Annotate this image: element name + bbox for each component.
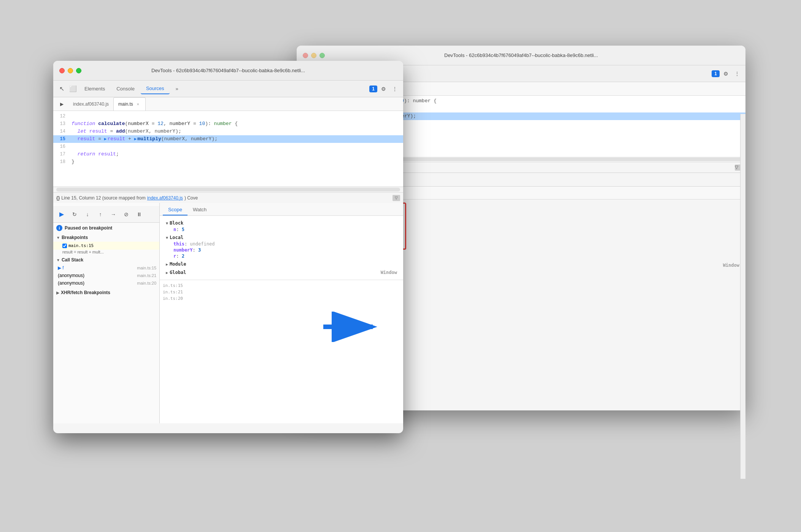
front-bp-code: result = result + mult... (53, 250, 159, 254)
front-device-icon[interactable]: ⬜ (68, 84, 78, 94)
front-local-section: ▼ Local this: undefined numberY: 3 r: 2 (163, 233, 400, 260)
front-scope-tab-scope[interactable]: Scope (163, 204, 188, 215)
front-tab-more[interactable]: » (170, 84, 184, 94)
front-global-chevron: ▶ (166, 271, 168, 275)
back-window-title: DevTools - 62c6b934c4b7f676049af4b7--buc… (444, 52, 598, 58)
front-line-12: 12 (53, 112, 403, 120)
back-message-badge: 1 (712, 70, 720, 77)
front-file-tab-js-label: index.af063740.js (73, 101, 109, 107)
front-scrollbar[interactable] (56, 188, 400, 192)
front-breakpoints-label: Breakpoints (62, 235, 88, 240)
front-devtools-toolbar: ↖ ⬜ Elements Console Sources » 1 ⚙ ⋮ (53, 81, 403, 97)
front-xhr-label: XHR/fetch Breakpoints (61, 290, 110, 295)
front-callstack-hints: in.ts:15 in.ts:21 in.ts:20 (160, 280, 403, 304)
front-debug-step-into[interactable]: ↓ (82, 209, 93, 220)
front-callstack-section: ▼ Call Stack ▶ f main.ts:15 (anonymous) … (53, 256, 159, 287)
front-breakpoints-header[interactable]: ▼ Breakpoints (53, 233, 159, 242)
front-info-badge: i (56, 225, 62, 231)
front-status-text: Line 15, Column 12 (source mapped from (61, 195, 145, 201)
front-local-chevron: ▼ (166, 236, 168, 240)
front-breakpoints-section: ▼ Breakpoints main.ts:15 result = result… (53, 233, 159, 254)
front-global-label: Global (170, 270, 186, 275)
front-status-bar: {} Line 15, Column 12 (source mapped fro… (53, 192, 403, 203)
front-paused-text: Paused on breakpoint (65, 225, 112, 231)
front-debug-resume[interactable]: ▶ (56, 209, 67, 220)
front-file-tab-js[interactable]: index.af063740.js (68, 97, 113, 111)
front-bp-file: main.ts:15 (68, 243, 94, 248)
front-module-header[interactable]: ▶ Module (166, 261, 397, 268)
front-tab-sources[interactable]: Sources (141, 83, 170, 94)
front-debug-step-over[interactable]: ↻ (69, 209, 80, 220)
front-callstack-file-f: main.ts:15 (137, 266, 156, 270)
back-maximize-button[interactable] (319, 53, 325, 58)
front-maximize-button[interactable] (76, 68, 81, 73)
front-hint-2: in.ts:21 (163, 290, 400, 294)
front-module-chevron: ▶ (166, 262, 168, 266)
back-settings-icon[interactable]: ⚙ (720, 68, 731, 79)
front-callstack-file-anon2: main.ts:20 (137, 281, 156, 285)
front-block-header[interactable]: ▼ Block (166, 220, 397, 226)
front-status-suffix: ) Cove (184, 195, 198, 201)
front-message-badge: 1 (369, 86, 377, 92)
front-global-value: Window (381, 270, 397, 275)
front-line-15: 15 result = ▶result + ▶multiply(numberX,… (53, 135, 403, 143)
front-pointer-icon[interactable]: ↖ (56, 84, 67, 94)
front-local-label: Local (170, 235, 183, 240)
front-global-header[interactable]: ▶ Global Window (166, 269, 397, 276)
front-left-panel: ▶ ↻ ↓ ↑ → ⊘ ⏸ i Paused on breakpoint ▼ (53, 203, 160, 423)
front-block-section: ▼ Block n: 5 (163, 219, 400, 233)
front-scope-content: ▼ Block n: 5 ▼ Local (160, 216, 403, 280)
front-block-chevron: ▼ (166, 221, 168, 225)
front-breakpoints-chevron: ▼ (56, 236, 60, 240)
front-line-14: 14 let result = add(numberX, numberY); (53, 128, 403, 135)
front-callstack-item-anon2[interactable]: (anonymous) main.ts:20 (53, 279, 159, 287)
front-global-section: ▶ Global Window (163, 268, 400, 277)
back-minimize-button[interactable] (311, 53, 316, 58)
front-debug-toolbar: ▶ ↻ ↓ ↑ → ⊘ ⏸ (53, 206, 159, 223)
front-status-link[interactable]: index.af063740.js (147, 195, 183, 201)
front-file-tab-ts[interactable]: main.ts × (113, 97, 146, 111)
front-breakpoint-item: main.ts:15 (53, 242, 159, 250)
front-file-nav-icon[interactable]: ▶ (56, 99, 67, 109)
front-callstack-fn-anon1: (anonymous) (58, 273, 84, 278)
front-menu-icon[interactable]: ⋮ (389, 84, 400, 94)
back-close-button[interactable] (303, 53, 308, 58)
front-line-17: 17 return result; (53, 150, 403, 158)
front-callstack-item-anon1[interactable]: (anonymous) main.ts:21 (53, 272, 159, 279)
front-minimize-button[interactable] (68, 68, 73, 73)
front-devtools-window: DevTools - 62c6b934c4b7f676049af4b7--buc… (53, 61, 403, 433)
front-file-tab-close[interactable]: × (135, 101, 141, 107)
back-traffic-lights (303, 53, 325, 58)
back-menu-icon[interactable]: ⋮ (732, 68, 742, 79)
front-paused-section: i Paused on breakpoint (53, 223, 159, 233)
front-debug-step-out[interactable]: ↑ (95, 209, 106, 220)
front-module-label: Module (170, 261, 186, 267)
front-settings-icon[interactable]: ⚙ (378, 84, 389, 94)
front-block-label: Block (170, 220, 183, 226)
front-line-16: 16 (53, 143, 403, 150)
front-debug-deactivate[interactable]: ⊘ (121, 209, 132, 220)
back-global-value: Window (723, 263, 739, 268)
back-scrollbar-vertical[interactable] (740, 114, 745, 479)
front-debug-pause[interactable]: ⏸ (134, 209, 145, 220)
front-hint-1: in.ts:15 (163, 283, 400, 288)
front-collapse-icon[interactable]: ▽ (393, 195, 400, 201)
front-close-button[interactable] (59, 68, 65, 73)
front-line-18: 18 } (53, 158, 403, 166)
front-status-braces: {} (56, 195, 60, 201)
front-tab-console[interactable]: Console (111, 84, 140, 94)
front-debug-step[interactable]: → (108, 209, 119, 220)
blue-arrow-annotation (319, 312, 380, 344)
front-title-bar: DevTools - 62c6b934c4b7f676049af4b7--buc… (53, 61, 403, 81)
front-local-header[interactable]: ▼ Local (166, 234, 397, 241)
front-callstack-item-f[interactable]: ▶ f main.ts:15 (53, 264, 159, 272)
front-callstack-fn-anon2: (anonymous) (58, 280, 84, 286)
front-scope-tabs: Scope Watch (160, 203, 403, 216)
front-line-13: 13 function calculate(numberX = 12, numb… (53, 120, 403, 128)
front-tab-elements[interactable]: Elements (79, 84, 110, 94)
front-bp-checkbox[interactable] (62, 244, 67, 248)
front-callstack-header[interactable]: ▼ Call Stack (53, 256, 159, 264)
front-file-tabs: ▶ index.af063740.js main.ts × (53, 97, 403, 111)
front-scope-tab-watch[interactable]: Watch (188, 204, 212, 215)
front-xhr-section[interactable]: ▶ XHR/fetch Breakpoints (53, 288, 159, 297)
